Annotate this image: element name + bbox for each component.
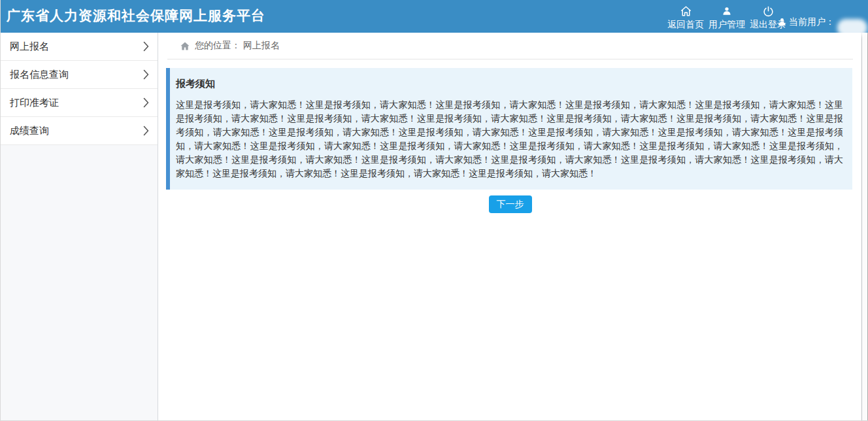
chevron-right-icon [143,97,149,108]
sidebar-item-label: 报名信息查询 [10,69,69,81]
nav-return-home-label[interactable]: 返回首页 [667,19,704,31]
notice-heading: 报考须知 [176,78,843,90]
chevron-right-icon [143,126,149,136]
next-step-button[interactable]: 下一步 [489,195,532,213]
header: 广东省人力资源和社会保障网上服务平台 返回首页 [1,0,868,33]
current-user: 当前用户： [778,13,867,31]
sidebar: 网上报名 报名信息查询 打印准考证 成绩查询 [1,33,158,421]
page: 广东省人力资源和社会保障网上服务平台 返回首页 [0,0,868,421]
current-user-value-redacted [837,19,867,37]
nav-return-home[interactable]: 返回首页 [667,5,704,31]
breadcrumb-current: 网上报名 [243,40,280,52]
nav-user-management-label[interactable]: 用户管理 [709,19,745,31]
notice-body: 这里是报考须知，请大家知悉！这里是报考须知，请大家知悉！这里是报考须知，请大家知… [176,98,843,180]
user-icon[interactable] [722,5,731,18]
sidebar-item-registration-info-query[interactable]: 报名信息查询 [1,61,158,89]
sidebar-item-print-admission-ticket[interactable]: 打印准考证 [1,89,158,117]
power-icon[interactable] [763,5,774,18]
scrollbar[interactable] [861,33,868,421]
main-content: 您的位置： 网上报名 报考须知 这里是报考须知，请大家知悉！这里是报考须知，请大… [158,33,862,421]
sidebar-item-label: 网上报名 [10,41,49,53]
nav-user-management[interactable]: 用户管理 [709,5,745,31]
breadcrumb-prefix: 您的位置： [195,40,241,52]
chevron-right-icon [143,41,149,52]
home-icon[interactable] [680,5,692,18]
button-row: 下一步 [158,195,862,213]
user-icon [778,17,786,27]
page-title: 广东省人力资源和社会保障网上服务平台 [7,7,265,25]
sidebar-item-online-registration[interactable]: 网上报名 [1,33,158,61]
current-user-label: 当前用户： [789,16,835,28]
breadcrumb: 您的位置： 网上报名 [167,33,853,59]
header-nav: 返回首页 用户管理 退出登录 [667,5,786,31]
sidebar-item-label: 打印准考证 [10,97,59,109]
sidebar-item-score-query[interactable]: 成绩查询 [1,117,158,145]
chevron-right-icon [143,69,149,80]
sidebar-item-label: 成绩查询 [10,125,49,137]
notice-panel: 报考须知 这里是报考须知，请大家知悉！这里是报考须知，请大家知悉！这里是报考须知… [166,68,852,190]
home-icon [180,41,190,51]
